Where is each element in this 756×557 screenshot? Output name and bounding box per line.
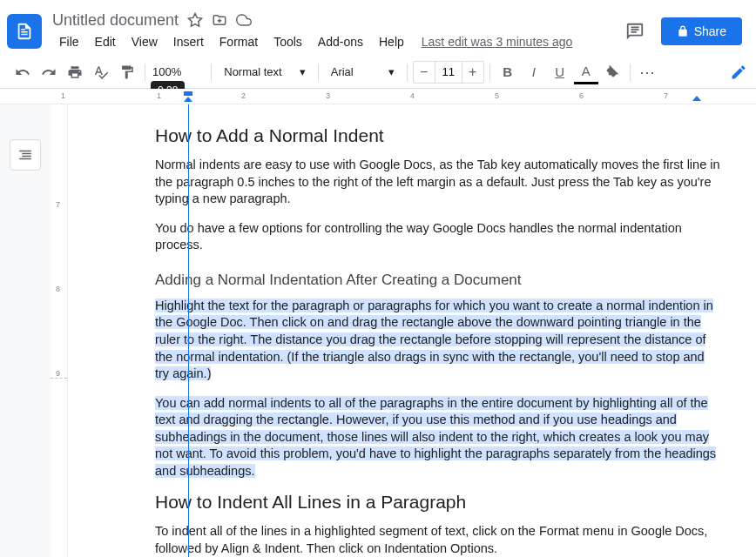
chevron-down-icon: ▾ <box>300 65 306 78</box>
outline-icon[interactable] <box>10 139 41 171</box>
text-color-button[interactable]: A <box>574 60 598 84</box>
share-button[interactable]: Share <box>661 17 742 45</box>
chevron-down-icon: ▾ <box>388 65 395 78</box>
title-area: Untitled document File Edit View Insert … <box>52 11 619 52</box>
menu-view[interactable]: View <box>125 31 165 52</box>
bold-button[interactable]: B <box>496 60 520 84</box>
heading-1: How to Add a Normal Indent <box>155 125 721 146</box>
menu-format[interactable]: Format <box>213 31 265 52</box>
cloud-icon[interactable] <box>236 12 252 28</box>
font-size-input[interactable]: 11 <box>435 62 462 83</box>
star-icon[interactable] <box>187 12 203 28</box>
font-size-group: − 11 + <box>413 61 484 84</box>
paragraph-highlighted: Highlight the text for the paragraph or … <box>155 298 721 383</box>
menu-file[interactable]: File <box>52 31 86 52</box>
editing-mode-icon[interactable] <box>730 64 747 81</box>
paragraph-highlighted: You can add normal indents to all of the… <box>155 395 721 480</box>
move-icon[interactable] <box>212 12 227 28</box>
menu-edit[interactable]: Edit <box>88 31 123 52</box>
indent-guide-line <box>188 104 189 557</box>
decrease-size-button[interactable]: − <box>414 62 435 83</box>
menu-tools[interactable]: Tools <box>267 31 309 52</box>
highlight-button[interactable] <box>600 60 624 84</box>
vertical-ruler[interactable]: 7 8 9 <box>51 104 68 557</box>
zoom-select[interactable]: 100% 0.38 <box>151 62 183 82</box>
workspace: 7 8 9 How to Add a Normal Indent Normal … <box>0 104 756 557</box>
docs-logo[interactable] <box>7 14 42 49</box>
undo-icon[interactable] <box>10 60 35 84</box>
right-indent-marker[interactable] <box>692 96 701 101</box>
more-button[interactable]: ⋯ <box>636 60 660 84</box>
redo-icon[interactable] <box>37 60 61 84</box>
spellcheck-icon[interactable] <box>89 60 113 84</box>
document-title[interactable]: Untitled document <box>52 11 179 30</box>
page-boundary <box>51 378 67 379</box>
print-icon[interactable] <box>63 60 87 84</box>
paragraph: Normal indents are easy to use with Goog… <box>155 157 721 208</box>
menu-bar: File Edit View Insert Format Tools Add-o… <box>52 31 619 52</box>
paragraph-style-select[interactable]: Normal text▾ <box>217 62 312 82</box>
horizontal-ruler[interactable]: 1 1 2 3 4 5 6 7 <box>0 89 756 104</box>
share-label: Share <box>694 24 726 38</box>
menu-help[interactable]: Help <box>372 31 411 52</box>
menu-addons[interactable]: Add-ons <box>311 31 370 52</box>
italic-button[interactable]: I <box>522 60 546 84</box>
last-edit-link[interactable]: Last edit was 3 minutes ago <box>422 35 573 49</box>
heading-1: How to Indent All Lines in a Paragraph <box>155 492 721 513</box>
paragraph: You do have a few options for controllin… <box>155 220 721 254</box>
toolbar: 100% 0.38 Normal text▾ Arial▾ − 11 + B I… <box>0 56 756 89</box>
font-select[interactable]: Arial▾ <box>324 62 402 82</box>
header: Untitled document File Edit View Insert … <box>0 0 756 56</box>
menu-insert[interactable]: Insert <box>166 31 211 52</box>
heading-2: Adding a Normal Indentation After Creati… <box>155 272 721 289</box>
paragraph: To indent all of the lines in a highligh… <box>155 523 721 557</box>
comments-icon[interactable] <box>619 16 651 47</box>
paint-format-icon[interactable] <box>115 60 139 84</box>
increase-size-button[interactable]: + <box>462 62 483 83</box>
document-page[interactable]: How to Add a Normal Indent Normal indent… <box>68 104 756 557</box>
underline-button[interactable]: U <box>548 60 572 84</box>
